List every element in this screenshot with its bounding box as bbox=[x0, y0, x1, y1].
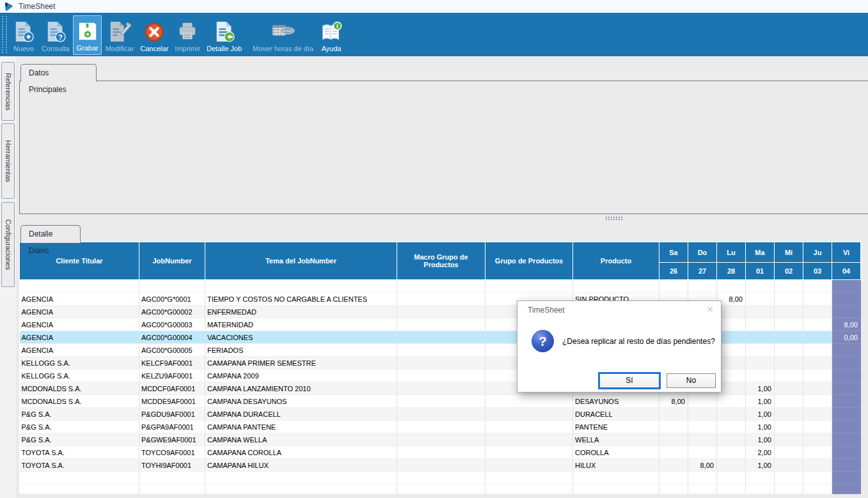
table-row[interactable]: P&G S.A.P&GWE9AF0001CAMPANA WELLAWELLA1,… bbox=[20, 433, 861, 446]
cell-day-do[interactable] bbox=[688, 446, 717, 459]
cell-grupo[interactable] bbox=[485, 446, 573, 459]
cell-jobnumber[interactable]: MCDCF0AF0001 bbox=[139, 382, 205, 395]
cell-tema[interactable]: CAMAPANA HILUX bbox=[205, 459, 397, 472]
cell-jobnumber[interactable]: AGC00*G00005 bbox=[139, 344, 205, 357]
cell-jobnumber[interactable]: AGC00*G00004 bbox=[139, 331, 205, 344]
cell-day-vi[interactable] bbox=[832, 446, 861, 459]
cell-day-vi[interactable] bbox=[832, 459, 861, 472]
cell-day-ma[interactable]: 1,00 bbox=[746, 421, 775, 433]
cell-macro[interactable] bbox=[397, 446, 485, 459]
cell-jobnumber[interactable]: AGC00*G00002 bbox=[139, 306, 205, 318]
cell-macro[interactable] bbox=[397, 433, 485, 446]
cell-tema[interactable]: CAMPANA 2009 bbox=[205, 370, 397, 382]
cell-day-ju[interactable] bbox=[803, 459, 832, 472]
cell-grupo[interactable] bbox=[485, 408, 573, 421]
cell-day-ju[interactable] bbox=[803, 357, 832, 370]
cell-day-mi[interactable] bbox=[775, 421, 803, 433]
cell-day-sa[interactable] bbox=[659, 433, 688, 446]
no-button[interactable]: No bbox=[667, 373, 716, 388]
cell-day-vi[interactable]: 8,00 bbox=[832, 318, 861, 331]
cell-jobnumber[interactable]: P&GDU9AF0001 bbox=[139, 408, 205, 421]
cell-day-mi[interactable] bbox=[775, 357, 803, 370]
cell-grupo[interactable] bbox=[485, 421, 573, 433]
cell-day-mi[interactable] bbox=[775, 382, 803, 395]
cell-tema[interactable]: FERIADOS bbox=[205, 344, 397, 357]
cell-cliente[interactable]: P&G S.A. bbox=[20, 408, 139, 421]
cell-producto[interactable]: WELLA bbox=[573, 433, 659, 446]
table-row[interactable]: AGENCIAAGC00*G00002ENFERMEDAD bbox=[20, 306, 861, 318]
cell-day-mi[interactable] bbox=[775, 446, 803, 459]
cell-cliente[interactable]: KELLOGG S.A. bbox=[20, 357, 139, 370]
cell-jobnumber[interactable]: KELZU9AF0001 bbox=[139, 370, 205, 382]
cell-tema[interactable]: CAMPANA WELLA bbox=[205, 433, 397, 446]
cell-day-sa[interactable] bbox=[659, 421, 688, 433]
cell-day-ju[interactable] bbox=[803, 306, 832, 318]
cell-day-ma[interactable] bbox=[746, 344, 775, 357]
table-row-selected[interactable]: AGENCIAAGC00*G00004VACACIONES0,00 bbox=[20, 331, 861, 344]
sidebar-tab-herramientas[interactable]: Herramientas bbox=[1, 123, 15, 199]
cell-cliente[interactable]: AGENCIA bbox=[20, 344, 139, 357]
cell-day-vi[interactable] bbox=[832, 344, 861, 357]
cell-producto[interactable]: PANTENE bbox=[573, 421, 659, 433]
cell-day-lu[interactable] bbox=[717, 459, 746, 472]
consulta-button[interactable]: ? Consulta bbox=[39, 15, 72, 55]
cell-day-ju[interactable] bbox=[803, 293, 832, 306]
cell-day-mi[interactable] bbox=[775, 306, 803, 318]
cell-cliente[interactable]: AGENCIA bbox=[20, 331, 139, 344]
cell-macro[interactable] bbox=[397, 421, 485, 433]
cell-day-do[interactable] bbox=[688, 421, 717, 433]
cell-day-mi[interactable] bbox=[775, 459, 803, 472]
cell-tema[interactable]: CAMPANA LANZAMIENTO 2010 bbox=[205, 382, 397, 395]
cell-day-vi[interactable] bbox=[832, 382, 861, 395]
imprimir-button[interactable]: Imprimir bbox=[172, 15, 203, 55]
cell-day-sa[interactable] bbox=[659, 459, 688, 472]
cell-day-do[interactable] bbox=[688, 395, 717, 408]
cell-macro[interactable] bbox=[397, 357, 485, 370]
close-icon[interactable]: ✕ bbox=[706, 304, 714, 315]
cell-day-lu[interactable] bbox=[717, 433, 746, 446]
cell-cliente[interactable]: AGENCIA bbox=[20, 306, 139, 318]
cell-day-lu[interactable] bbox=[717, 421, 746, 433]
cell-grupo[interactable] bbox=[485, 433, 573, 446]
cell-day-vi[interactable] bbox=[832, 408, 861, 421]
cell-day-mi[interactable] bbox=[775, 408, 803, 421]
cell-day-vi[interactable] bbox=[832, 293, 861, 306]
table-row[interactable]: AGENCIAAGC00*G*0001TIEMPO Y COSTOS NO CA… bbox=[20, 293, 861, 306]
cell-day-ju[interactable] bbox=[803, 421, 832, 433]
cell-macro[interactable] bbox=[397, 318, 485, 331]
cell-day-ma[interactable] bbox=[746, 331, 775, 344]
cell-day-ju[interactable] bbox=[803, 433, 832, 446]
cell-day-mi[interactable] bbox=[775, 433, 803, 446]
ayuda-button[interactable]: i Ayuda bbox=[317, 15, 345, 55]
cell-day-mi[interactable] bbox=[775, 293, 803, 306]
cell-day-ma[interactable]: 1,00 bbox=[746, 382, 775, 395]
cell-jobnumber[interactable]: KELCF9AF0001 bbox=[139, 357, 205, 370]
cell-day-vi[interactable]: 0,00 bbox=[832, 331, 861, 344]
modificar-button[interactable]: Modificar bbox=[103, 15, 137, 55]
yes-button[interactable]: Sí bbox=[598, 372, 661, 389]
cell-day-ma[interactable] bbox=[746, 318, 775, 331]
splitter-grip[interactable] bbox=[605, 216, 623, 221]
cell-tema[interactable]: MATERNIDAD bbox=[205, 318, 397, 331]
cell-day-ma[interactable] bbox=[746, 357, 775, 370]
cell-jobnumber[interactable]: MCDDE9AF0001 bbox=[139, 395, 205, 408]
cell-grupo[interactable] bbox=[485, 395, 573, 408]
cell-producto[interactable]: DURACELL bbox=[573, 408, 659, 421]
cell-macro[interactable] bbox=[397, 395, 485, 408]
tab-datos-principales[interactable]: Datos Principales bbox=[20, 64, 97, 82]
cell-day-lu[interactable] bbox=[717, 395, 746, 408]
cell-jobnumber[interactable]: TOYHI9AF0001 bbox=[139, 459, 205, 472]
table-row[interactable]: KELLOGG S.A.KELCF9AF0001CAMAPANA PRIMER … bbox=[20, 357, 861, 370]
cell-day-vi[interactable] bbox=[832, 421, 861, 433]
cell-producto[interactable]: HILUX bbox=[573, 459, 659, 472]
cell-tema[interactable]: CAMAPANA COROLLA bbox=[205, 446, 397, 459]
cell-cliente[interactable]: AGENCIA bbox=[20, 318, 139, 331]
cell-producto[interactable]: DESAYUNOS bbox=[573, 395, 659, 408]
cell-day-vi[interactable] bbox=[832, 433, 861, 446]
table-row[interactable]: MCDONALDS S.A.MCDCF0AF0001CAMPANA LANZAM… bbox=[20, 382, 861, 395]
cell-cliente[interactable]: MCDONALDS S.A. bbox=[20, 395, 139, 408]
cancelar-button[interactable]: Cancelar bbox=[138, 15, 171, 55]
cell-day-ju[interactable] bbox=[803, 395, 832, 408]
cell-tema[interactable]: CAMPANA DURACELL bbox=[205, 408, 397, 421]
cell-day-vi[interactable] bbox=[832, 306, 861, 318]
